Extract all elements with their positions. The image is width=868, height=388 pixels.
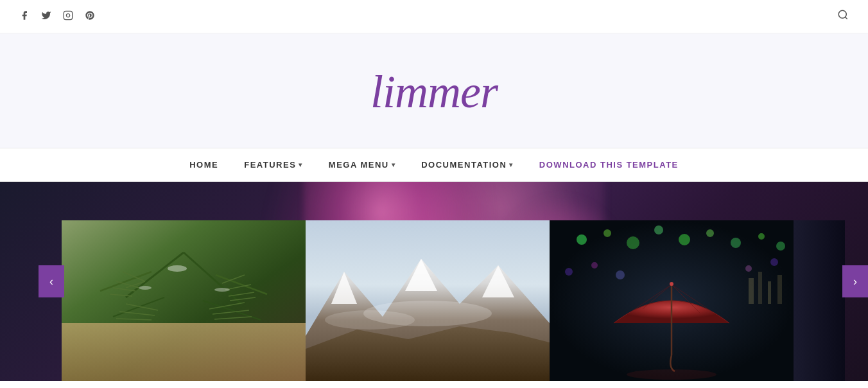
main-nav: HOME FEATURES ▾ MEGA MENU ▾ DOCUMENTATIO… [0,148,868,182]
slide-card-partial [794,220,845,381]
slide-card-1 [62,220,306,381]
svg-point-47 [776,242,785,251]
svg-point-60 [627,369,716,380]
mountain-svg [306,220,550,381]
slide-image-3 [550,220,794,381]
nav-item-download[interactable]: DOWNLOAD THIS TEMPLATE [539,160,679,170]
svg-point-2 [838,10,846,18]
pinterest-icon[interactable] [85,10,95,23]
svg-point-39 [577,234,587,245]
svg-point-46 [758,233,765,240]
svg-rect-5 [62,323,306,381]
site-header: limmer [0,33,868,148]
search-button[interactable] [837,9,849,24]
svg-point-52 [770,258,778,266]
nav-item-home[interactable]: HOME [189,160,218,170]
slide-card-2 [306,220,550,381]
svg-point-59 [670,282,673,286]
slide-image-1 [62,220,306,381]
cards-row [62,220,806,381]
svg-line-3 [845,17,847,19]
top-bar [0,0,868,33]
chevron-down-icon: ▾ [509,161,514,168]
pine-svg [62,220,306,381]
svg-point-41 [627,236,639,249]
slide-image-2 [306,220,550,381]
svg-rect-63 [768,281,771,304]
svg-point-45 [731,238,741,248]
chevron-down-icon: ▾ [392,161,396,168]
svg-point-29 [214,288,230,292]
umbrella-svg [550,220,794,381]
svg-point-48 [565,268,573,276]
twitter-icon[interactable] [41,10,51,23]
site-logo[interactable]: limmer [0,66,868,119]
slider-section: ‹ › [0,182,868,381]
svg-rect-64 [777,275,782,304]
svg-point-42 [654,225,663,234]
svg-point-37 [325,310,415,330]
nav-item-features[interactable]: FEATURES ▾ [244,160,303,170]
svg-point-28 [139,286,152,290]
nav-item-documentation[interactable]: DOCUMENTATION ▾ [421,160,514,170]
facebook-icon[interactable] [19,10,30,23]
svg-point-43 [679,234,690,245]
slider-next-button[interactable]: › [842,265,868,297]
svg-rect-61 [749,278,754,304]
slide-card-3 [550,220,794,381]
social-icons [19,10,95,23]
svg-point-44 [706,229,714,237]
nav-item-mega-menu[interactable]: MEGA MENU ▾ [329,160,395,170]
svg-rect-62 [758,272,762,304]
svg-rect-0 [64,11,72,19]
instagram-icon[interactable] [63,10,73,23]
svg-point-27 [168,265,187,272]
svg-point-50 [616,270,625,279]
svg-point-49 [591,262,598,269]
chevron-down-icon: ▾ [299,161,303,168]
svg-point-51 [745,265,752,272]
slider-prev-button[interactable]: ‹ [39,265,64,297]
svg-point-40 [603,229,611,237]
